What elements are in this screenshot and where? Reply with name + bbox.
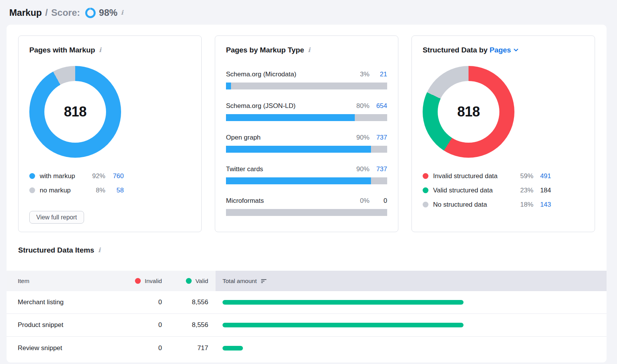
info-icon[interactable] — [308, 47, 310, 53]
info-icon[interactable] — [98, 247, 100, 253]
pages-dropdown[interactable]: Pages — [489, 46, 518, 54]
legend-value-link[interactable]: 58 — [105, 187, 124, 194]
progress-bar-track — [226, 83, 387, 89]
pages-with-markup-legend: with markup 92% 760 no markup 8% 58 — [29, 172, 190, 195]
structured-data-by-pages-card: Structured Data by Pages 818 Invalid str… — [411, 35, 595, 232]
legend-item: no markup 8% 58 — [29, 186, 190, 195]
card-title-row: Pages with Markup — [29, 46, 190, 54]
valid-dot-icon — [423, 187, 428, 193]
column-header-total-amount[interactable]: Total amount — [216, 271, 607, 291]
legend-label: No structured data — [433, 201, 514, 209]
legend-percent: 18% — [514, 201, 533, 209]
markup-type-label: Open graph — [226, 133, 356, 142]
markup-type-label: Microformats — [226, 196, 360, 206]
markup-type-row: Twitter cards 90% 737 — [226, 165, 387, 184]
legend-label: with markup — [40, 172, 86, 180]
summary-cards-row: Pages with Markup 818 with markup 92% 76… — [7, 35, 607, 232]
view-full-report-button[interactable]: View full report — [29, 211, 84, 224]
markup-type-label: Schema.org (Microdata) — [226, 70, 360, 79]
amount-bar — [223, 346, 243, 351]
legend-label: Valid structured data — [433, 187, 514, 194]
structured-data-items-header: Structured Data Items — [7, 246, 607, 254]
card-title-row: Structured Data by Pages — [423, 46, 584, 54]
legend-item: No structured data 18% 143 — [423, 200, 584, 209]
markup-type-row: Schema.org (Microdata) 3% 21 — [226, 70, 387, 89]
item-name: Review snippet — [7, 344, 134, 352]
progress-bar-fill — [226, 83, 231, 89]
info-icon[interactable] — [121, 10, 123, 16]
legend-value: 184 — [533, 187, 551, 194]
legend-value-link[interactable]: 760 — [105, 172, 124, 180]
legend-item: with markup 92% 760 — [29, 172, 190, 180]
no-markup-dot-icon — [29, 187, 35, 193]
valid-dot-icon — [186, 278, 192, 284]
invalid-count: 0 — [134, 321, 162, 329]
sort-descending-icon[interactable] — [261, 279, 266, 283]
pages-with-markup-card: Pages with Markup 818 with markup 92% 76… — [18, 35, 202, 232]
donut-total-value: 818 — [64, 104, 87, 120]
table-row: Product snippet 0 8,556 — [7, 314, 607, 337]
page-title: Markup — [9, 7, 42, 18]
breadcrumb-separator: / — [45, 7, 48, 18]
markup-type-percent: 0% — [360, 196, 369, 206]
table-row: Review snippet 0 717 — [7, 337, 607, 359]
with-markup-dot-icon — [29, 173, 35, 179]
progress-bar-track — [226, 114, 387, 121]
amount-bar-track — [223, 346, 464, 351]
column-header-valid[interactable]: Valid — [162, 278, 216, 285]
structured-data-donut-chart[interactable]: 818 — [423, 66, 514, 158]
card-title-row: Pages by Markup Type — [226, 46, 387, 54]
progress-bar-track — [226, 209, 387, 216]
card-title: Pages by Markup Type — [226, 46, 304, 54]
markup-type-label: Twitter cards — [226, 165, 356, 174]
progress-bar-track — [226, 146, 387, 153]
progress-bar-fill — [226, 114, 355, 121]
markup-type-value: 0 — [373, 196, 387, 206]
score-ring-hole — [87, 10, 94, 16]
section-title: Structured Data Items — [18, 246, 94, 254]
item-name: Product snippet — [7, 321, 134, 329]
markup-type-row: Open graph 90% 737 — [226, 133, 387, 153]
column-header-invalid[interactable]: Invalid — [134, 278, 162, 285]
legend-percent: 8% — [86, 187, 105, 194]
donut-center: 818 — [438, 81, 499, 143]
progress-bar-fill — [226, 177, 371, 184]
progress-bar-track — [226, 177, 387, 184]
legend-percent: 23% — [514, 187, 533, 194]
card-title: Structured Data by Pages — [423, 46, 518, 54]
legend-value-link[interactable]: 143 — [533, 201, 551, 209]
markup-type-value-link[interactable]: 654 — [373, 101, 387, 111]
amount-bar — [223, 300, 464, 305]
invalid-dot-icon — [135, 278, 141, 284]
markup-report-panel: Pages with Markup 818 with markup 92% 76… — [7, 25, 607, 362]
donut-total-value: 818 — [457, 104, 480, 120]
chevron-down-icon — [514, 49, 518, 52]
legend-label: no markup — [40, 187, 86, 194]
invalid-count: 0 — [134, 344, 162, 352]
markup-type-percent: 90% — [356, 165, 369, 174]
valid-count: 8,556 — [162, 298, 216, 306]
legend-item: Valid structured data 23% 184 — [423, 186, 584, 195]
amount-bar — [223, 323, 464, 327]
markup-type-value-link[interactable]: 737 — [373, 165, 387, 174]
column-header-item[interactable]: Item — [7, 278, 134, 285]
progress-bar-fill — [226, 146, 371, 153]
markup-type-percent: 90% — [356, 133, 369, 142]
score-ring-icon — [85, 8, 96, 18]
legend-percent: 59% — [514, 172, 533, 180]
markup-type-value-link[interactable]: 737 — [373, 133, 387, 142]
card-title: Pages with Markup — [29, 46, 95, 54]
page-header: Markup / Score: 98% — [0, 0, 617, 25]
structured-data-legend: Invalid structured data 59% 491 Valid st… — [423, 172, 584, 209]
score-label: Score: — [51, 7, 80, 18]
pages-by-markup-type-card: Pages by Markup Type Schema.org (Microda… — [215, 35, 398, 232]
markup-type-value-link[interactable]: 21 — [373, 70, 387, 79]
markup-type-percent: 80% — [356, 101, 369, 111]
legend-percent: 92% — [86, 172, 105, 180]
pages-with-markup-donut-chart[interactable]: 818 — [29, 66, 121, 158]
amount-bar-track — [223, 323, 464, 327]
valid-count: 717 — [162, 344, 216, 352]
info-icon[interactable] — [99, 47, 101, 53]
legend-value-link[interactable]: 491 — [533, 172, 551, 180]
table-row: Merchant listing 0 8,556 — [7, 291, 607, 314]
